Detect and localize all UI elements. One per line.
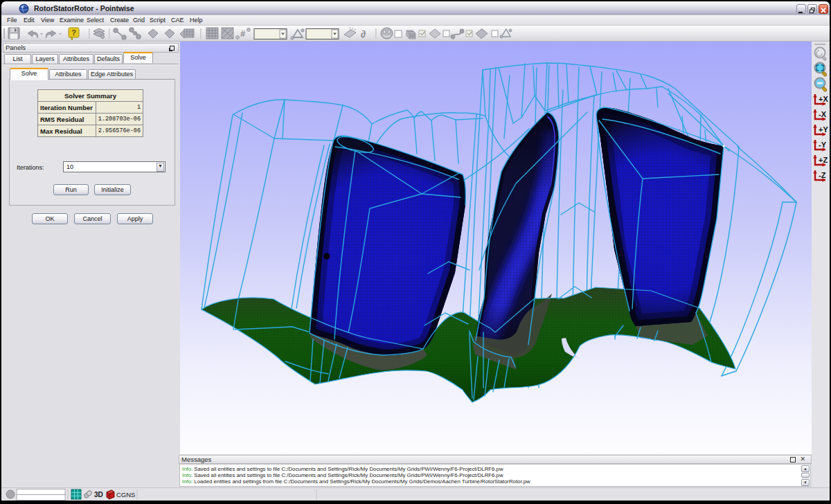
- svg-text:CGNS: CGNS: [116, 491, 135, 498]
- svg-text:+Y: +Y: [819, 125, 828, 134]
- svg-text:-Z: -Z: [819, 171, 826, 179]
- svg-text:?: ?: [71, 28, 76, 37]
- svg-text:3D: 3D: [94, 491, 103, 498]
- svg-text:#: #: [240, 28, 246, 39]
- svg-text:-X: -X: [819, 110, 827, 118]
- svg-text:-Y: -Y: [819, 141, 827, 149]
- svg-text:+Z: +Z: [819, 156, 828, 164]
- svg-text:+X: +X: [819, 95, 828, 103]
- svg-text:∂: ∂: [361, 28, 366, 39]
